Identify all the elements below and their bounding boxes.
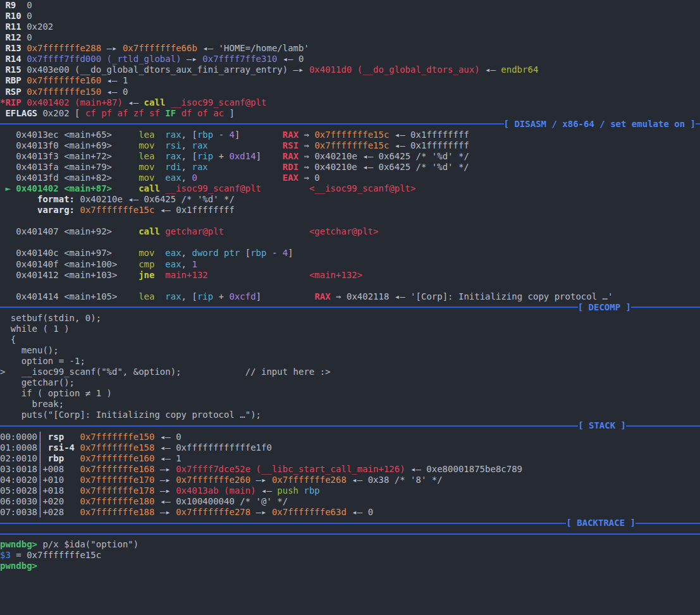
terminal-line: puts("[Corp]: Initializing copy protocol… — [0, 410, 700, 420]
terminal-line: menu(); — [0, 345, 700, 356]
separator-line — [0, 307, 578, 308]
terminal-line[interactable]: $3 = 0x7fffffffe15c — [0, 550, 700, 561]
terminal-line: 05:0028│+018 0x7fffffffe178 —▸ 0x4013ab … — [0, 485, 700, 496]
separator-line — [696, 123, 700, 125]
disasm-pane: 0x4013ec <main+65> lea rax, [rbp - 4] RA… — [0, 130, 700, 302]
terminal-line: *RIP 0x401402 (main+87) ◂— call __isoc99… — [0, 97, 700, 108]
terminal-line — [0, 237, 700, 248]
terminal-line: R9 0 — [0, 0, 700, 11]
prompt-separator — [0, 528, 700, 539]
terminal-line: 02:0010│ rbp 0x7fffffffe160 ◂— 1 — [0, 453, 700, 464]
terminal-line — [0, 281, 700, 291]
section-title-backtrace: [ BACKTRACE ] — [566, 518, 636, 528]
terminal-line: 0x40140c <main+97> mov eax, dword ptr [r… — [0, 248, 700, 259]
separator-line — [0, 533, 700, 535]
terminal-line: 0x401407 <main+92> call getchar@plt <get… — [0, 226, 700, 237]
terminal-line: 0x401414 <main+105> lea rax, [rip + 0xcf… — [0, 291, 700, 302]
terminal-line: 06:0030│+020 0x7fffffffe180 ◂— 0x1004000… — [0, 496, 700, 507]
command-prompt-area[interactable]: pwndbg> p/x $ida("option")$3 = 0x7ffffff… — [0, 539, 700, 571]
terminal-line: R14 0x7ffff7ffd000 (_rtld_global) —▸ 0x7… — [0, 54, 700, 64]
terminal-line: 00:0000│ rsp 0x7fffffffe150 ◂— 0 — [0, 432, 700, 442]
terminal-line: while ( 1 ) — [0, 324, 700, 334]
stack-pane: 00:0000│ rsp 0x7fffffffe150 ◂— 001:0008│… — [0, 432, 700, 518]
terminal-line: 0x40140f <main+100> cmp eax, 1 — [0, 259, 700, 270]
registers-pane: R9 0 R10 0 R11 0x202 R12 0 R13 0x7ffffff… — [0, 0, 700, 119]
terminal-line: 04:0020│+010 0x7fffffffe170 —▸ 0x7ffffff… — [0, 475, 700, 485]
terminal-line: setbuf(stdin, 0); — [0, 313, 700, 324]
terminal-line: > __isoc99_scanf("%d", &option); // inpu… — [0, 367, 700, 377]
terminal-line: getchar(); — [0, 377, 700, 388]
terminal-line: 07:0038│+028 0x7fffffffe188 —▸ 0x7ffffff… — [0, 507, 700, 518]
terminal-line: R12 0 — [0, 32, 700, 43]
separator-line — [626, 425, 700, 427]
terminal-line[interactable]: pwndbg> p/x $ida("option") — [0, 539, 700, 550]
terminal-line: EFLAGS 0x202 [ cf pf af zf sf IF df of a… — [0, 108, 700, 119]
terminal-line: R15 0x403e00 (__do_global_dtors_aux_fini… — [0, 64, 700, 75]
terminal-line: RSP 0x7fffffffe150 ◂— 0 — [0, 87, 700, 97]
backtrace-section-header: [ BACKTRACE ] — [0, 518, 700, 528]
terminal-line: 0x401412 <main+103> jne main+132 <main+1… — [0, 270, 700, 281]
separator-line — [636, 523, 700, 524]
terminal-line: format: 0x40210e ◂— 0x6425 /* '%d' */ — [0, 194, 700, 205]
terminal-line: R11 0x202 — [0, 21, 700, 32]
section-title-disasm: [ DISASM / x86-64 / set emulate on ] — [504, 119, 696, 130]
section-title-decomp: [ DECOMP ] — [578, 302, 631, 313]
terminal-line: 01:0008│ rsi-4 0x7fffffffe158 ◂— 0xfffff… — [0, 442, 700, 453]
terminal-line: option = -1; — [0, 356, 700, 367]
decomp-section-header: [ DECOMP ] — [0, 302, 700, 313]
terminal-line: 03:0018│+008 0x7fffffffe168 —▸ 0x7ffff7d… — [0, 464, 700, 475]
terminal-line: { — [0, 334, 700, 345]
terminal-line: 0x4013f3 <main+72> lea rax, [rip + 0xd14… — [0, 151, 700, 162]
separator-line — [631, 307, 700, 308]
separator-line — [0, 425, 578, 427]
section-title-stack: [ STACK ] — [578, 420, 626, 431]
terminal-line: RBP 0x7fffffffe160 ◂— 1 — [0, 75, 700, 86]
separator-line — [0, 123, 504, 125]
terminal-line: break; — [0, 399, 700, 410]
stack-section-header: [ STACK ] — [0, 420, 700, 431]
terminal-line: 0x4013ec <main+65> lea rax, [rbp - 4] RA… — [0, 130, 700, 140]
terminal-line: vararg: 0x7fffffffe15c ◂— 0x1ffffffff — [0, 205, 700, 216]
terminal-line: 0x4013f0 <main+69> mov rsi, rax RSI ⇒ 0x… — [0, 140, 700, 151]
terminal-line: R10 0 — [0, 11, 700, 21]
decomp-pane: setbuf(stdin, 0); while ( 1 ) { menu(); … — [0, 313, 700, 421]
terminal-line: 0x4013fd <main+82> mov eax, 0 EAX ⇒ 0 — [0, 173, 700, 183]
pwndbg-terminal: R9 0 R10 0 R11 0x202 R12 0 R13 0x7ffffff… — [0, 0, 700, 571]
terminal-line: ► 0x401402 <main+87> call __isoc99_scanf… — [0, 183, 700, 194]
terminal-line: 0x4013fa <main+79> mov rdi, rax RDI ⇒ 0x… — [0, 162, 700, 173]
separator-line — [0, 523, 566, 524]
terminal-line: R13 0x7fffffffe288 —▸ 0x7fffffffe66b ◂— … — [0, 43, 700, 54]
disasm-section-header: [ DISASM / x86-64 / set emulate on ] — [0, 119, 700, 130]
terminal-line — [0, 216, 700, 226]
terminal-line: if ( option ≠ 1 ) — [0, 388, 700, 399]
terminal-line[interactable]: pwndbg> — [0, 561, 700, 571]
